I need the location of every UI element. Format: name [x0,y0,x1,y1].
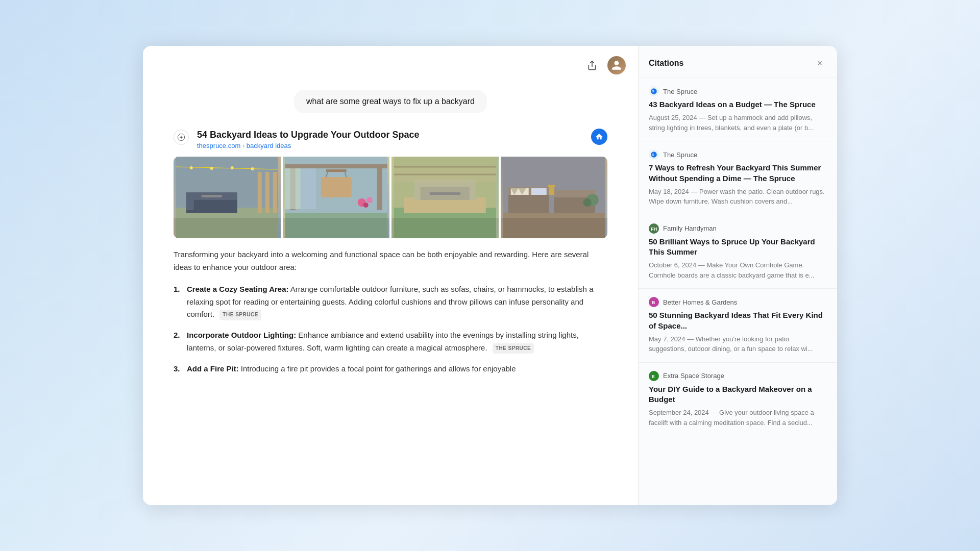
svg-rect-9 [202,195,222,197]
source-name: Extra Space Storage [663,372,724,380]
citations-panel: Citations × S The Spruce 43 Backyard Ide… [638,46,837,505]
list-term: Create a Cozy Seating Area: [187,285,289,293]
svg-rect-41 [503,213,605,238]
svg-rect-4 [265,172,270,213]
close-button[interactable]: × [813,56,827,70]
list-num: 1. [174,283,184,321]
citations-list: S The Spruce 43 Backyard Ideas on a Budg… [639,78,837,505]
citation-item[interactable]: S The Spruce 43 Backyard Ideas on a Budg… [639,78,837,141]
svg-text:S: S [652,90,654,93]
citation-source: B Better Homes & Gardens [649,297,827,307]
svg-point-27 [366,197,372,203]
svg-rect-17 [285,164,387,168]
svg-rect-19 [377,164,382,210]
left-panel: what are some great ways to fix up a bac… [143,46,638,505]
source-icon-ess: E [649,371,659,381]
svg-text:B: B [652,300,655,305]
citation-link[interactable]: 43 Backyard Ideas on a Budget — The Spru… [649,99,827,110]
source-icon-bhg: B [649,297,659,307]
svg-rect-8 [186,192,194,210]
source-icon-fh: FH [649,223,659,234]
citation-item[interactable]: FH Family Handyman 50 Brilliant Ways to … [639,215,837,289]
result-body: Transforming your backyard into a welcom… [174,248,607,375]
citation-badge-2[interactable]: THE SPRUCE [493,343,534,354]
citation-link[interactable]: 7 Ways to Refresh Your Backyard This Sum… [649,163,827,184]
svg-rect-16 [285,213,387,238]
svg-text:E: E [652,374,655,379]
list-term: Incorporate Outdoor Lighting: [187,331,296,339]
citation-source: FH Family Handyman [649,223,827,234]
svg-text:S: S [652,154,654,157]
list-item: 3. Add a Fire Pit: Introducing a fire pi… [174,363,607,375]
svg-rect-20 [285,168,300,209]
svg-rect-22 [321,177,351,197]
citations-header: Citations × [639,46,837,78]
citation-link[interactable]: 50 Brilliant Ways to Spruce Up Your Back… [649,237,827,258]
svg-point-28 [363,203,368,208]
citation-item[interactable]: S The Spruce 7 Ways to Refresh Your Back… [639,141,837,215]
svg-rect-21 [300,168,315,209]
result-image-2 [283,157,390,238]
svg-text:FH: FH [651,227,657,232]
result-image-1 [174,157,281,238]
result-breadcrumb[interactable]: thespruce.com › backyard ideas [197,142,583,149]
svg-rect-34 [414,180,421,200]
svg-point-11 [190,166,193,169]
svg-rect-47 [531,188,546,195]
svg-rect-5 [273,172,277,213]
source-name: The Spruce [663,88,697,95]
citation-source: E Extra Space Storage [649,371,827,381]
result-title: 54 Backyard Ideas to Upgrade Your Outdoo… [197,129,583,141]
result-intro: Transforming your backyard into a welcom… [174,248,607,274]
home-icon-button[interactable] [591,129,607,145]
citation-snippet: May 18, 2024 — Power wash the patio. Cle… [649,187,827,207]
result-area: 54 Backyard Ideas to Upgrade Your Outdoo… [143,129,638,375]
citation-item[interactable]: E Extra Space Storage Your DIY Guide to … [639,363,837,437]
query-bubble: what are some great ways to fix up a bac… [143,85,638,129]
share-button[interactable] [583,56,601,74]
list-term: Add a Fire Pit: [187,364,239,373]
svg-point-13 [231,166,234,169]
result-image-3 [391,157,499,238]
list-content: Create a Cozy Seating Area: Arrange comf… [187,283,607,321]
svg-rect-52 [549,187,554,195]
list-num: 3. [174,363,184,375]
citation-link[interactable]: Your DIY Guide to a Backyard Makeover on… [649,384,827,405]
result-header: 54 Backyard Ideas to Upgrade Your Outdoo… [174,129,607,149]
chatgpt-icon [174,130,189,145]
citation-snippet: September 24, 2024 — Give your outdoor l… [649,408,827,428]
avatar[interactable] [607,56,626,74]
result-list: 1. Create a Cozy Seating Area: Arrange c… [174,283,607,375]
source-name: Family Handyman [663,224,717,232]
svg-rect-23 [326,169,346,172]
list-content: Add a Fire Pit: Introducing a fire pit p… [187,363,607,375]
citation-item[interactable]: B Better Homes & Gardens 50 Stunning Bac… [639,289,837,363]
list-content: Incorporate Outdoor Lighting: Enhance am… [187,329,607,355]
svg-point-51 [583,198,591,207]
svg-rect-53 [548,185,555,187]
citation-badge-1[interactable]: THE SPRUCE [219,310,261,320]
citation-source: S The Spruce [649,149,827,160]
source-icon-spruce-2: S [649,149,659,160]
citation-link[interactable]: 50 Stunning Backyard Ideas That Fit Ever… [649,310,827,331]
citation-snippet: October 6, 2024 — Make Your Own Cornhole… [649,260,827,280]
svg-point-12 [210,167,213,170]
svg-point-14 [251,167,254,170]
source-name: Better Homes & Gardens [663,298,737,306]
query-text: what are some great ways to fix up a bac… [294,90,487,113]
image-grid [174,157,607,238]
list-body-text: Introducing a fire pit provides a focal … [241,364,516,373]
source-icon-spruce: S [649,86,659,96]
svg-rect-35 [470,180,476,200]
list-num: 2. [174,329,184,355]
svg-rect-3 [258,172,262,213]
source-name: The Spruce [663,151,697,159]
citation-snippet: May 7, 2024 — Whether you're looking for… [649,334,827,354]
list-item: 1. Create a Cozy Seating Area: Arrange c… [174,283,607,321]
top-bar [143,46,638,85]
citations-title: Citations [649,59,683,68]
citation-snippet: August 25, 2024 — Set up a hammock and a… [649,113,827,133]
result-image-4 [501,157,608,238]
svg-rect-36 [430,192,460,195]
list-item: 2. Incorporate Outdoor Lighting: Enhance… [174,329,607,355]
